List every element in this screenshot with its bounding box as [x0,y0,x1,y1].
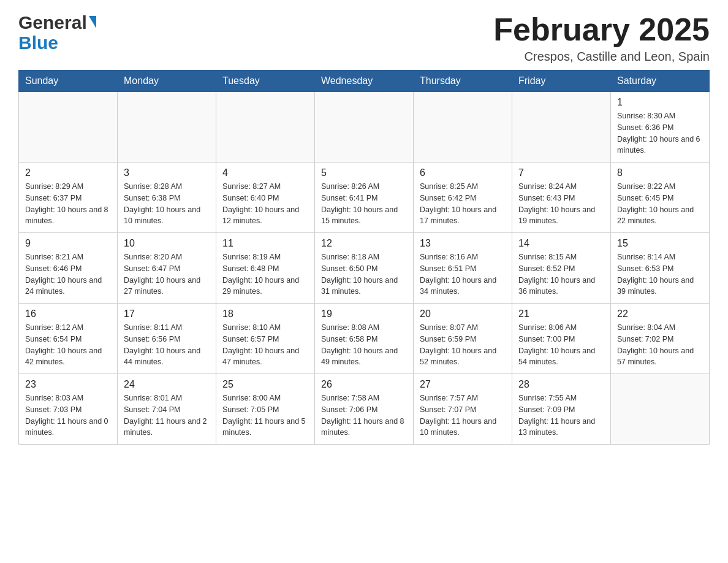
day-sun-info: Sunrise: 8:19 AMSunset: 6:48 PMDaylight:… [222,251,308,297]
day-sun-info: Sunrise: 8:25 AMSunset: 6:42 PMDaylight:… [420,181,506,227]
calendar-day-cell [19,92,118,163]
page-header: General Blue February 2025 Crespos, Cast… [18,12,710,64]
day-number: 23 [25,379,111,390]
day-number: 17 [124,308,210,320]
col-monday: Monday [118,71,216,92]
calendar-header-row: Sunday Monday Tuesday Wednesday Thursday… [19,71,710,92]
day-sun-info: Sunrise: 8:15 AMSunset: 6:52 PMDaylight:… [518,251,604,297]
calendar-week-row: 16Sunrise: 8:12 AMSunset: 6:54 PMDayligh… [19,304,710,374]
calendar-day-cell: 24Sunrise: 8:01 AMSunset: 7:04 PMDayligh… [118,374,216,445]
calendar-day-cell: 1Sunrise: 8:30 AMSunset: 6:36 PMDaylight… [611,92,710,163]
calendar-day-cell: 14Sunrise: 8:15 AMSunset: 6:52 PMDayligh… [512,233,611,304]
day-number: 13 [420,238,506,249]
day-number: 5 [321,167,407,178]
col-sunday: Sunday [19,71,118,92]
calendar-day-cell: 17Sunrise: 8:11 AMSunset: 6:56 PMDayligh… [118,304,216,374]
calendar-day-cell: 16Sunrise: 8:12 AMSunset: 6:54 PMDayligh… [19,304,118,374]
calendar-week-row: 2Sunrise: 8:29 AMSunset: 6:37 PMDaylight… [19,163,710,233]
calendar-day-cell: 25Sunrise: 8:00 AMSunset: 7:05 PMDayligh… [216,374,315,445]
day-sun-info: Sunrise: 8:03 AMSunset: 7:03 PMDaylight:… [25,393,111,439]
day-number: 6 [420,167,506,178]
calendar-day-cell: 10Sunrise: 8:20 AMSunset: 6:47 PMDayligh… [118,233,216,304]
logo-general: General [18,12,96,33]
day-sun-info: Sunrise: 8:28 AMSunset: 6:38 PMDaylight:… [124,181,210,227]
day-number: 18 [222,308,308,320]
calendar-day-cell: 22Sunrise: 8:04 AMSunset: 7:02 PMDayligh… [611,304,710,374]
day-number: 19 [321,308,407,320]
calendar-day-cell: 20Sunrise: 8:07 AMSunset: 6:59 PMDayligh… [414,304,512,374]
calendar-week-row: 23Sunrise: 8:03 AMSunset: 7:03 PMDayligh… [19,374,710,445]
col-thursday: Thursday [414,71,512,92]
calendar-day-cell: 21Sunrise: 8:06 AMSunset: 7:00 PMDayligh… [512,304,611,374]
calendar-day-cell: 12Sunrise: 8:18 AMSunset: 6:50 PMDayligh… [315,233,414,304]
col-saturday: Saturday [611,71,710,92]
day-sun-info: Sunrise: 7:57 AMSunset: 7:07 PMDaylight:… [420,393,506,439]
calendar-day-cell: 8Sunrise: 8:22 AMSunset: 6:45 PMDaylight… [611,163,710,233]
day-number: 9 [25,238,111,249]
calendar-day-cell: 18Sunrise: 8:10 AMSunset: 6:57 PMDayligh… [216,304,315,374]
day-number: 15 [617,238,703,249]
day-sun-info: Sunrise: 7:58 AMSunset: 7:06 PMDaylight:… [321,393,407,439]
day-sun-info: Sunrise: 8:01 AMSunset: 7:04 PMDaylight:… [124,393,210,439]
day-number: 10 [124,238,210,249]
logo-blue-text: Blue [18,33,58,53]
month-title: February 2025 [493,12,710,47]
calendar-day-cell [216,92,315,163]
day-sun-info: Sunrise: 8:20 AMSunset: 6:47 PMDaylight:… [124,251,210,297]
day-sun-info: Sunrise: 8:18 AMSunset: 6:50 PMDaylight:… [321,251,407,297]
col-tuesday: Tuesday [216,71,315,92]
day-sun-info: Sunrise: 8:27 AMSunset: 6:40 PMDaylight:… [222,181,308,227]
day-sun-info: Sunrise: 8:00 AMSunset: 7:05 PMDaylight:… [222,393,308,439]
calendar-day-cell: 13Sunrise: 8:16 AMSunset: 6:51 PMDayligh… [414,233,512,304]
calendar-day-cell: 4Sunrise: 8:27 AMSunset: 6:40 PMDaylight… [216,163,315,233]
day-number: 8 [617,167,703,178]
day-sun-info: Sunrise: 8:29 AMSunset: 6:37 PMDaylight:… [25,181,111,227]
day-number: 3 [124,167,210,178]
day-sun-info: Sunrise: 7:55 AMSunset: 7:09 PMDaylight:… [518,393,604,439]
calendar-day-cell [512,92,611,163]
calendar-week-row: 9Sunrise: 8:21 AMSunset: 6:46 PMDaylight… [19,233,710,304]
calendar-day-cell [611,374,710,445]
day-sun-info: Sunrise: 8:22 AMSunset: 6:45 PMDaylight:… [617,181,703,227]
calendar-day-cell: 5Sunrise: 8:26 AMSunset: 6:41 PMDaylight… [315,163,414,233]
day-sun-info: Sunrise: 8:12 AMSunset: 6:54 PMDaylight:… [25,322,111,368]
day-number: 7 [518,167,604,178]
calendar-day-cell: 9Sunrise: 8:21 AMSunset: 6:46 PMDaylight… [19,233,118,304]
calendar-day-cell: 26Sunrise: 7:58 AMSunset: 7:06 PMDayligh… [315,374,414,445]
day-number: 27 [420,379,506,390]
day-number: 16 [25,308,111,320]
logo-triangle-icon [89,16,96,28]
calendar-day-cell [118,92,216,163]
calendar-day-cell: 28Sunrise: 7:55 AMSunset: 7:09 PMDayligh… [512,374,611,445]
calendar-day-cell: 3Sunrise: 8:28 AMSunset: 6:38 PMDaylight… [118,163,216,233]
calendar-day-cell: 11Sunrise: 8:19 AMSunset: 6:48 PMDayligh… [216,233,315,304]
col-friday: Friday [512,71,611,92]
day-number: 21 [518,308,604,320]
day-sun-info: Sunrise: 8:26 AMSunset: 6:41 PMDaylight:… [321,181,407,227]
calendar-week-row: 1Sunrise: 8:30 AMSunset: 6:36 PMDaylight… [19,92,710,163]
day-number: 12 [321,238,407,249]
calendar-day-cell: 15Sunrise: 8:14 AMSunset: 6:53 PMDayligh… [611,233,710,304]
day-number: 24 [124,379,210,390]
day-number: 11 [222,238,308,249]
day-number: 14 [518,238,604,249]
title-block: February 2025 Crespos, Castille and Leon… [493,12,710,64]
day-number: 4 [222,167,308,178]
day-number: 28 [518,379,604,390]
calendar-day-cell: 27Sunrise: 7:57 AMSunset: 7:07 PMDayligh… [414,374,512,445]
day-sun-info: Sunrise: 8:06 AMSunset: 7:00 PMDaylight:… [518,322,604,368]
day-sun-info: Sunrise: 8:08 AMSunset: 6:58 PMDaylight:… [321,322,407,368]
day-number: 20 [420,308,506,320]
day-sun-info: Sunrise: 8:04 AMSunset: 7:02 PMDaylight:… [617,322,703,368]
calendar-day-cell: 7Sunrise: 8:24 AMSunset: 6:43 PMDaylight… [512,163,611,233]
day-sun-info: Sunrise: 8:11 AMSunset: 6:56 PMDaylight:… [124,322,210,368]
day-number: 2 [25,167,111,178]
location-subtitle: Crespos, Castille and Leon, Spain [493,50,710,64]
calendar-day-cell [315,92,414,163]
day-sun-info: Sunrise: 8:07 AMSunset: 6:59 PMDaylight:… [420,322,506,368]
day-sun-info: Sunrise: 8:10 AMSunset: 6:57 PMDaylight:… [222,322,308,368]
calendar-day-cell: 23Sunrise: 8:03 AMSunset: 7:03 PMDayligh… [19,374,118,445]
col-wednesday: Wednesday [315,71,414,92]
day-sun-info: Sunrise: 8:16 AMSunset: 6:51 PMDaylight:… [420,251,506,297]
logo: General Blue [18,12,96,53]
